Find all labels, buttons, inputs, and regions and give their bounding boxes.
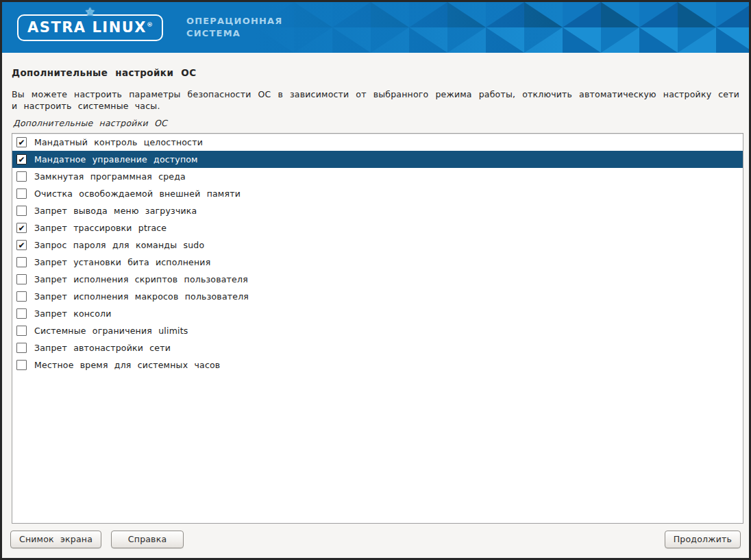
checkbox-unchecked-icon[interactable] xyxy=(16,171,27,182)
option-row[interactable]: ✔Запрет трассировки ptrace xyxy=(12,219,743,236)
option-row[interactable]: Очистка освобождаемой внешней памяти xyxy=(12,185,743,202)
logo-text: ASTRA LINUX xyxy=(27,19,147,36)
checkbox-unchecked-icon[interactable] xyxy=(16,206,27,216)
checkbox-checked-icon[interactable]: ✔ xyxy=(16,223,27,233)
option-row[interactable]: Запрет консоли xyxy=(12,305,743,322)
option-label: Запрос пароля для команды sudo xyxy=(34,240,204,250)
option-row[interactable]: Системные ограничения ulimits xyxy=(12,322,743,339)
help-button[interactable]: Справка xyxy=(111,531,184,548)
list-caption: Дополнительные настройки ОС xyxy=(12,118,739,128)
screenshot-button[interactable]: Снимок экрана xyxy=(10,531,101,548)
option-label: Мандатное управление доступом xyxy=(34,154,198,165)
option-label: Запрет установки бита исполнения xyxy=(34,257,210,267)
option-label: Запрет вывода меню загрузчика xyxy=(34,206,197,216)
os-subtitle: ОПЕРАЦИОННАЯ СИСТЕМА xyxy=(186,15,283,40)
checkbox-unchecked-icon[interactable] xyxy=(16,257,27,267)
page-title: Дополнительные настройки ОС xyxy=(12,67,739,78)
pattern-fade xyxy=(256,2,749,53)
option-label: Запрет автонастройки сети xyxy=(34,343,171,353)
option-label: Системные ограничения ulimits xyxy=(34,326,188,336)
option-label: Запрет трассировки ptrace xyxy=(34,223,167,233)
page-description: Вы можете настроить параметры безопаснос… xyxy=(12,88,739,112)
continue-button[interactable]: Продолжить xyxy=(665,531,741,548)
option-row[interactable]: Замкнутая программная среда xyxy=(12,168,743,185)
option-label: Замкнутая программная среда xyxy=(34,171,186,182)
registered-mark: ® xyxy=(147,21,153,28)
header-banner: ★ ASTRA LINUX® ОПЕРАЦИОННАЯ СИСТЕМА xyxy=(2,2,749,53)
option-label: Запрет исполнения скриптов пользователя xyxy=(34,274,248,284)
checkbox-unchecked-icon[interactable] xyxy=(16,291,27,302)
option-label: Очистка освобождаемой внешней памяти xyxy=(34,188,241,199)
option-label: Мандатный контроль целостности xyxy=(34,137,203,147)
option-row[interactable]: Запрет установки бита исполнения xyxy=(12,254,743,271)
option-label: Запрет консоли xyxy=(34,308,112,319)
option-row[interactable]: Запрет автонастройки сети xyxy=(12,339,743,356)
option-row[interactable]: ✔Мандатное управление доступом xyxy=(12,151,743,168)
checkbox-checked-icon[interactable]: ✔ xyxy=(16,154,27,165)
option-row[interactable]: ✔Запрос пароля для команды sudo xyxy=(12,236,743,254)
option-label: Запрет исполнения макросов пользователя xyxy=(34,291,249,302)
option-label: Местное время для системных часов xyxy=(34,360,220,370)
checkbox-unchecked-icon[interactable] xyxy=(16,308,27,319)
checkbox-checked-icon[interactable]: ✔ xyxy=(16,137,27,147)
option-row[interactable]: Запрет исполнения макросов пользователя xyxy=(12,288,743,305)
installer-window: ★ ASTRA LINUX® ОПЕРАЦИОННАЯ СИСТЕМА Допо… xyxy=(0,0,751,560)
option-row[interactable]: Местное время для системных часов xyxy=(12,356,743,374)
checkbox-unchecked-icon[interactable] xyxy=(16,188,27,199)
subtitle-line-1: ОПЕРАЦИОННАЯ xyxy=(186,15,283,27)
checkbox-unchecked-icon[interactable] xyxy=(16,360,27,370)
main-content: Дополнительные настройки ОС Вы можете на… xyxy=(2,53,749,524)
checkbox-checked-icon[interactable]: ✔ xyxy=(16,240,27,250)
option-row[interactable]: Запрет вывода меню загрузчика xyxy=(12,202,743,219)
option-row[interactable]: ✔Мандатный контроль целостности xyxy=(12,134,743,151)
astra-linux-logo: ★ ASTRA LINUX® xyxy=(17,14,163,41)
option-row[interactable]: Запрет исполнения скриптов пользователя xyxy=(12,271,743,288)
checkbox-unchecked-icon[interactable] xyxy=(16,343,27,353)
options-list[interactable]: ✔Мандатный контроль целостности✔Мандатно… xyxy=(12,133,743,524)
checkbox-unchecked-icon[interactable] xyxy=(16,274,27,284)
checkbox-unchecked-icon[interactable] xyxy=(16,326,27,336)
footer-bar: Снимок экрана Справка Продолжить xyxy=(2,524,749,558)
subtitle-line-2: СИСТЕМА xyxy=(186,27,283,40)
star-icon: ★ xyxy=(85,6,95,18)
